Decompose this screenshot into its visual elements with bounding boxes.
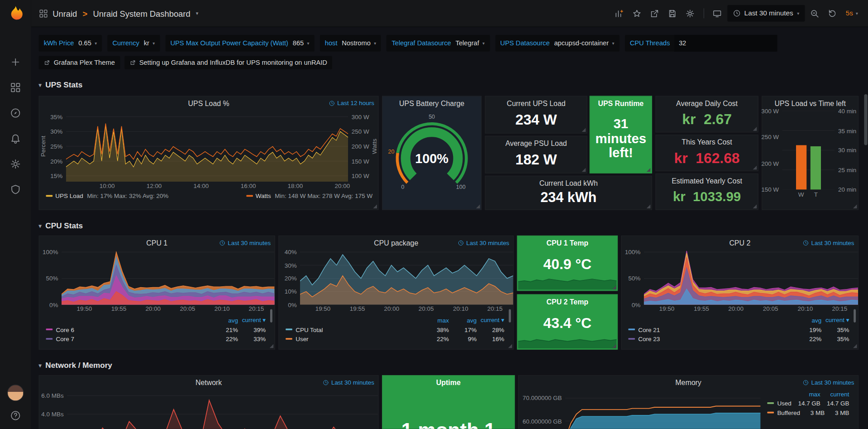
variable-cpu-threads: CPU Threads bbox=[625, 35, 777, 52]
variable-ups-datasource[interactable]: UPS Datasource apcupsd-container▾ bbox=[495, 35, 619, 52]
star-icon[interactable] bbox=[629, 5, 644, 21]
breadcrumb-root[interactable]: Unraid bbox=[52, 9, 77, 18]
legend-series-name[interactable]: CPU Total bbox=[286, 326, 421, 333]
dashboard-grid-icon[interactable] bbox=[39, 9, 48, 18]
panel-title[interactable]: This Years Cost bbox=[656, 135, 758, 147]
series-swatch bbox=[46, 195, 53, 197]
variable-label: host bbox=[325, 39, 338, 47]
panel-title[interactable]: UPS Load % bbox=[39, 96, 378, 109]
section-cpu-stats[interactable]: ▾ CPU Stats bbox=[39, 219, 860, 232]
panel-group-temps: CPU 1 Temp 40.9 °C CPU 2 Temp 43.4 °C bbox=[517, 236, 618, 350]
panel-title[interactable]: UPS Runtime bbox=[590, 96, 652, 109]
panel-title[interactable]: Current Load kWh bbox=[486, 176, 652, 188]
series-swatch bbox=[286, 328, 292, 330]
legend-series-name[interactable]: Core 21 bbox=[628, 326, 794, 333]
explore-compass-icon[interactable] bbox=[10, 107, 21, 118]
legend-series-ups-load[interactable]: UPS Load Min: 17% Max: 32% Avg: 20% bbox=[46, 192, 169, 199]
axis-tick: 19:55 bbox=[350, 305, 365, 312]
zoom-out-icon[interactable] bbox=[807, 5, 822, 21]
legend-column-avg[interactable]: avg bbox=[449, 317, 477, 323]
temp-sparkline bbox=[518, 275, 617, 290]
panel-title[interactable]: CPU 2 Temp bbox=[518, 295, 617, 307]
panel-title[interactable]: UPS Battery Charge bbox=[382, 96, 481, 109]
panel-uptime: Uptime 1 month 1 bbox=[382, 375, 515, 429]
variable-label: UPS Max Output Power Capacity (Watt) bbox=[170, 39, 288, 47]
panel-title[interactable]: CPU 1 Temp bbox=[518, 236, 617, 248]
legend-column-current[interactable]: current bbox=[820, 390, 849, 397]
memory-chart[interactable] bbox=[565, 391, 761, 429]
legend-series-name[interactable]: Core 6 bbox=[46, 326, 210, 333]
time-range-picker[interactable]: Last 30 minutes ▾ bbox=[727, 5, 805, 22]
configuration-gear-icon[interactable] bbox=[10, 159, 21, 169]
add-panel-icon[interactable] bbox=[611, 5, 627, 21]
variable-label: UPS Datasource bbox=[500, 39, 549, 47]
help-icon[interactable] bbox=[10, 410, 21, 421]
cpu-threads-input[interactable] bbox=[674, 35, 777, 52]
legend-column-current[interactable]: current ▾ bbox=[821, 316, 849, 323]
panel-title[interactable]: Average PSU Load bbox=[486, 136, 587, 149]
refresh-interval-picker[interactable]: 5s ▾ bbox=[842, 10, 861, 17]
alerting-bell-icon[interactable] bbox=[10, 133, 21, 144]
section-ups-stats[interactable]: ▾ UPS Stats bbox=[39, 78, 860, 91]
variable-telegraf-datasource[interactable]: Telegraf Datasource Telegraf▾ bbox=[386, 35, 490, 52]
panel-title[interactable]: Estimated Yearly Cost bbox=[656, 174, 758, 186]
link-grafana-plex-theme[interactable]: Grafana Plex Theme bbox=[39, 56, 120, 69]
legend-series-name[interactable]: Core 23 bbox=[628, 336, 794, 342]
cpu-package-chart[interactable] bbox=[300, 249, 513, 304]
server-admin-shield-icon[interactable] bbox=[10, 184, 21, 195]
dashboards-icon[interactable] bbox=[10, 82, 21, 93]
legend-scrollbar[interactable] bbox=[270, 309, 272, 323]
create-icon[interactable] bbox=[10, 57, 21, 67]
legend-column-max[interactable]: max bbox=[792, 390, 820, 397]
nav-actions: Last 30 minutes ▾ 5s ▾ bbox=[611, 5, 861, 22]
cpu2-chart[interactable] bbox=[644, 249, 858, 304]
axis-tick: 60.000000 GB bbox=[523, 418, 562, 424]
legend-series-watts[interactable]: Watts Min: 148 W Max: 278 W Avg: 175 W bbox=[246, 192, 372, 199]
scrollbar-thumb[interactable] bbox=[864, 94, 867, 145]
share-icon[interactable] bbox=[647, 5, 662, 21]
panel-current-ups-load: Current UPS Load 234 W bbox=[485, 96, 587, 134]
ups-load-chart[interactable] bbox=[66, 111, 348, 182]
page-scrollbar[interactable] bbox=[863, 0, 868, 429]
legend-series-name[interactable]: Buffered bbox=[767, 409, 800, 416]
panel-ups-load: UPS Load % Last 12 hours Percent 35%30%2… bbox=[39, 96, 379, 210]
panel-average-daily-cost: Average Daily Cost kr 2.67 bbox=[655, 96, 758, 133]
link-label: Setting up Grafana and InfluxDB for UPS … bbox=[139, 59, 327, 67]
panel-title[interactable]: UPS Load vs Time left bbox=[762, 96, 858, 109]
dashboard-body: kWh Price 0.65▾ Currency kr▾ UPS Max Out… bbox=[31, 27, 868, 429]
legend-series-name[interactable]: Used bbox=[767, 400, 792, 407]
panel-title[interactable]: Average Daily Cost bbox=[656, 96, 758, 109]
legend-series-name[interactable]: Core 7 bbox=[46, 336, 210, 342]
legend-column-current[interactable]: current ▾ bbox=[477, 316, 504, 323]
link-ups-monitoring-guide[interactable]: Setting up Grafana and InfluxDB for UPS … bbox=[124, 56, 332, 69]
variable-kwh-price[interactable]: kWh Price 0.65▾ bbox=[39, 35, 102, 52]
legend-column-current[interactable]: current ▾ bbox=[238, 316, 266, 323]
cpu1-chart[interactable] bbox=[62, 249, 275, 304]
section-network-memory[interactable]: ▾ Network / Memory bbox=[39, 358, 860, 371]
stat-value: 234 kWh bbox=[486, 188, 652, 206]
dashboard-settings-gear-icon[interactable] bbox=[682, 5, 698, 21]
variable-host[interactable]: host Nostromo▾ bbox=[320, 35, 381, 52]
chevron-down-icon: ▾ bbox=[153, 41, 155, 46]
user-avatar[interactable] bbox=[7, 385, 24, 401]
legend-column-avg[interactable]: avg bbox=[210, 317, 238, 323]
chevron-down-icon[interactable]: ▾ bbox=[196, 10, 199, 16]
legend-scrollbar[interactable] bbox=[509, 309, 511, 323]
legend-scrollbar[interactable] bbox=[854, 309, 856, 323]
variable-ups-max-output[interactable]: UPS Max Output Power Capacity (Watt) 865… bbox=[165, 35, 314, 52]
kiosk-tv-icon[interactable] bbox=[710, 5, 725, 21]
grafana-logo-icon[interactable] bbox=[6, 5, 25, 25]
network-chart[interactable] bbox=[67, 390, 378, 429]
variable-currency[interactable]: Currency kr▾ bbox=[107, 35, 160, 52]
panel-title[interactable]: Uptime bbox=[382, 376, 514, 388]
legend-column-avg[interactable]: avg bbox=[794, 317, 821, 323]
legend-value: 14.7 GB bbox=[820, 400, 849, 407]
legend-series-name[interactable]: User bbox=[286, 336, 421, 342]
bars-chart[interactable] bbox=[782, 111, 835, 190]
save-icon[interactable] bbox=[664, 5, 680, 21]
refresh-icon[interactable] bbox=[825, 5, 840, 21]
panel-title[interactable]: Current UPS Load bbox=[486, 96, 587, 109]
dashboard-title[interactable]: Unraid System Dashboard bbox=[93, 9, 190, 18]
legend-column-max[interactable]: max bbox=[421, 317, 449, 323]
axis-tick: 100% bbox=[625, 249, 640, 255]
